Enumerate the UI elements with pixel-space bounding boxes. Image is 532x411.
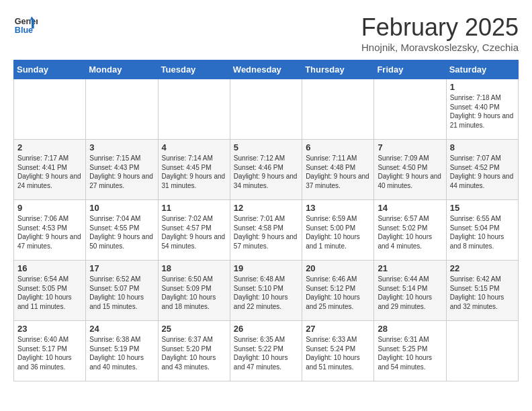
calendar-cell — [14, 79, 86, 140]
day-number: 19 — [234, 263, 298, 273]
calendar-cell: 11Sunrise: 7:02 AM Sunset: 4:57 PM Dayli… — [158, 200, 230, 261]
day-info: Sunrise: 6:31 AM Sunset: 5:25 PM Dayligh… — [378, 335, 442, 371]
day-number: 2 — [17, 142, 82, 152]
calendar-cell — [158, 79, 230, 140]
day-info: Sunrise: 6:54 AM Sunset: 5:05 PM Dayligh… — [17, 275, 82, 311]
svg-text:Blue: Blue — [15, 26, 33, 35]
day-info: Sunrise: 7:18 AM Sunset: 4:40 PM Dayligh… — [450, 93, 515, 130]
calendar-cell: 25Sunrise: 6:37 AM Sunset: 5:20 PM Dayli… — [158, 321, 230, 381]
day-number: 21 — [378, 263, 442, 273]
day-info: Sunrise: 7:02 AM Sunset: 4:57 PM Dayligh… — [162, 214, 226, 250]
day-info: Sunrise: 6:40 AM Sunset: 5:17 PM Dayligh… — [17, 335, 82, 371]
day-number: 17 — [89, 263, 154, 273]
calendar-cell: 3Sunrise: 7:15 AM Sunset: 4:43 PM Daylig… — [86, 140, 158, 200]
day-info: Sunrise: 7:07 AM Sunset: 4:52 PM Dayligh… — [450, 154, 515, 190]
calendar-cell: 28Sunrise: 6:31 AM Sunset: 5:25 PM Dayli… — [374, 321, 446, 381]
day-number: 6 — [306, 142, 370, 152]
day-number: 22 — [450, 263, 515, 273]
day-info: Sunrise: 6:55 AM Sunset: 5:04 PM Dayligh… — [450, 214, 515, 250]
day-info: Sunrise: 6:52 AM Sunset: 5:07 PM Dayligh… — [89, 275, 154, 311]
calendar-cell: 9Sunrise: 7:06 AM Sunset: 4:53 PM Daylig… — [14, 200, 86, 261]
day-number: 1 — [450, 82, 515, 92]
day-info: Sunrise: 6:50 AM Sunset: 5:09 PM Dayligh… — [162, 275, 226, 311]
day-info: Sunrise: 7:14 AM Sunset: 4:45 PM Dayligh… — [162, 154, 226, 190]
day-number: 15 — [450, 203, 515, 213]
header: General Blue February 2025 Hnojnik, Mora… — [13, 13, 519, 53]
calendar-cell: 6Sunrise: 7:11 AM Sunset: 4:48 PM Daylig… — [302, 140, 374, 200]
calendar-cell: 7Sunrise: 7:09 AM Sunset: 4:50 PM Daylig… — [374, 140, 446, 200]
day-number: 4 — [162, 142, 226, 152]
day-info: Sunrise: 7:04 AM Sunset: 4:55 PM Dayligh… — [89, 214, 154, 250]
day-number: 18 — [162, 263, 226, 273]
day-number: 14 — [378, 203, 442, 213]
calendar-cell: 14Sunrise: 6:57 AM Sunset: 5:02 PM Dayli… — [374, 200, 446, 261]
day-number: 11 — [162, 203, 226, 213]
day-number: 8 — [450, 142, 515, 152]
calendar-cell: 20Sunrise: 6:46 AM Sunset: 5:12 PM Dayli… — [302, 261, 374, 321]
calendar-cell: 12Sunrise: 7:01 AM Sunset: 4:58 PM Dayli… — [230, 200, 302, 261]
day-info: Sunrise: 6:48 AM Sunset: 5:10 PM Dayligh… — [234, 275, 298, 311]
calendar-cell: 22Sunrise: 6:42 AM Sunset: 5:15 PM Dayli… — [446, 261, 518, 321]
day-number: 9 — [17, 203, 82, 213]
calendar-cell: 16Sunrise: 6:54 AM Sunset: 5:05 PM Dayli… — [14, 261, 86, 321]
weekday-header-saturday: Saturday — [446, 60, 518, 79]
calendar-cell: 19Sunrise: 6:48 AM Sunset: 5:10 PM Dayli… — [230, 261, 302, 321]
calendar-cell: 23Sunrise: 6:40 AM Sunset: 5:17 PM Dayli… — [14, 321, 86, 381]
calendar-cell: 18Sunrise: 6:50 AM Sunset: 5:09 PM Dayli… — [158, 261, 230, 321]
week-row-3: 9Sunrise: 7:06 AM Sunset: 4:53 PM Daylig… — [14, 200, 519, 261]
calendar-cell — [86, 79, 158, 140]
calendar-cell: 2Sunrise: 7:17 AM Sunset: 4:41 PM Daylig… — [14, 140, 86, 200]
calendar-cell: 27Sunrise: 6:33 AM Sunset: 5:24 PM Dayli… — [302, 321, 374, 381]
day-info: Sunrise: 6:59 AM Sunset: 5:00 PM Dayligh… — [306, 214, 370, 250]
title-section: February 2025 Hnojnik, Moravskoslezsky, … — [361, 13, 519, 53]
calendar-cell: 4Sunrise: 7:14 AM Sunset: 4:45 PM Daylig… — [158, 140, 230, 200]
week-row-5: 23Sunrise: 6:40 AM Sunset: 5:17 PM Dayli… — [14, 321, 519, 381]
week-row-1: 1Sunrise: 7:18 AM Sunset: 4:40 PM Daylig… — [14, 79, 519, 140]
day-number: 10 — [89, 203, 154, 213]
day-info: Sunrise: 7:12 AM Sunset: 4:46 PM Dayligh… — [234, 154, 298, 190]
day-number: 5 — [234, 142, 298, 152]
weekday-header-monday: Monday — [86, 60, 158, 79]
calendar-cell: 26Sunrise: 6:35 AM Sunset: 5:22 PM Dayli… — [230, 321, 302, 381]
day-number: 20 — [306, 263, 370, 273]
weekday-header-wednesday: Wednesday — [230, 60, 302, 79]
calendar-cell: 1Sunrise: 7:18 AM Sunset: 4:40 PM Daylig… — [446, 79, 518, 140]
day-info: Sunrise: 6:37 AM Sunset: 5:20 PM Dayligh… — [162, 335, 226, 371]
calendar-cell: 8Sunrise: 7:07 AM Sunset: 4:52 PM Daylig… — [446, 140, 518, 200]
day-info: Sunrise: 6:44 AM Sunset: 5:14 PM Dayligh… — [378, 275, 442, 311]
calendar-cell — [302, 79, 374, 140]
calendar-cell: 17Sunrise: 6:52 AM Sunset: 5:07 PM Dayli… — [86, 261, 158, 321]
week-row-4: 16Sunrise: 6:54 AM Sunset: 5:05 PM Dayli… — [14, 261, 519, 321]
calendar-cell — [230, 79, 302, 140]
day-info: Sunrise: 7:06 AM Sunset: 4:53 PM Dayligh… — [17, 214, 82, 250]
day-number: 23 — [17, 324, 82, 334]
day-info: Sunrise: 6:38 AM Sunset: 5:19 PM Dayligh… — [89, 335, 154, 371]
calendar-cell: 24Sunrise: 6:38 AM Sunset: 5:19 PM Dayli… — [86, 321, 158, 381]
day-info: Sunrise: 6:35 AM Sunset: 5:22 PM Dayligh… — [234, 335, 298, 371]
calendar-cell: 5Sunrise: 7:12 AM Sunset: 4:46 PM Daylig… — [230, 140, 302, 200]
week-row-2: 2Sunrise: 7:17 AM Sunset: 4:41 PM Daylig… — [14, 140, 519, 200]
day-number: 7 — [378, 142, 442, 152]
calendar-cell: 10Sunrise: 7:04 AM Sunset: 4:55 PM Dayli… — [86, 200, 158, 261]
day-number: 3 — [89, 142, 154, 152]
day-info: Sunrise: 6:46 AM Sunset: 5:12 PM Dayligh… — [306, 275, 370, 311]
calendar-cell — [374, 79, 446, 140]
calendar-subtitle: Hnojnik, Moravskoslezsky, Czechia — [361, 42, 519, 53]
day-number: 28 — [378, 324, 442, 334]
day-info: Sunrise: 6:42 AM Sunset: 5:15 PM Dayligh… — [450, 275, 515, 311]
day-info: Sunrise: 7:17 AM Sunset: 4:41 PM Dayligh… — [17, 154, 82, 190]
day-number: 12 — [234, 203, 298, 213]
day-info: Sunrise: 6:33 AM Sunset: 5:24 PM Dayligh… — [306, 335, 370, 371]
day-info: Sunrise: 6:57 AM Sunset: 5:02 PM Dayligh… — [378, 214, 442, 250]
weekday-header-friday: Friday — [374, 60, 446, 79]
day-info: Sunrise: 7:01 AM Sunset: 4:58 PM Dayligh… — [234, 214, 298, 250]
day-number: 26 — [234, 324, 298, 334]
calendar-cell: 15Sunrise: 6:55 AM Sunset: 5:04 PM Dayli… — [446, 200, 518, 261]
logo: General Blue — [13, 13, 38, 38]
calendar-cell: 13Sunrise: 6:59 AM Sunset: 5:00 PM Dayli… — [302, 200, 374, 261]
calendar-cell — [446, 321, 518, 381]
day-info: Sunrise: 7:11 AM Sunset: 4:48 PM Dayligh… — [306, 154, 370, 190]
calendar-table: SundayMondayTuesdayWednesdayThursdayFrid… — [13, 60, 519, 381]
day-info: Sunrise: 7:09 AM Sunset: 4:50 PM Dayligh… — [378, 154, 442, 190]
day-number: 25 — [162, 324, 226, 334]
